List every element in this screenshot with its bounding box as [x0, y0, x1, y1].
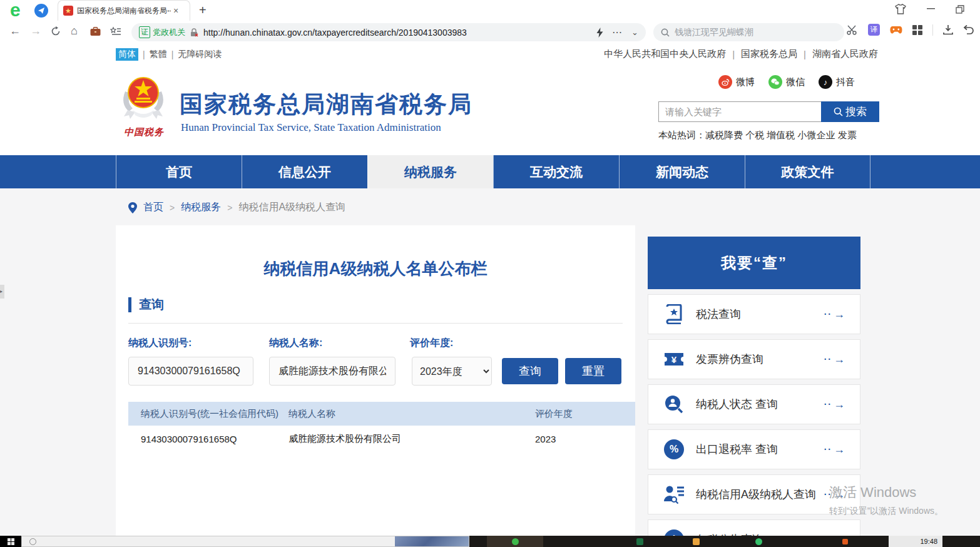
- site-subtitle: Hunan Provincial Tax Service, State Taxa…: [181, 121, 441, 134]
- main-card: 纳税信用A级纳税人名单公布栏 查询 纳税人识别号: 纳税人名称: 评价年度: 2…: [116, 225, 635, 536]
- toolbar-divider: [932, 24, 933, 36]
- browser-titlebar: e ★ 国家税务总局湖南省税务局--纳 × +: [0, 0, 980, 21]
- arrow-right-icon: ··→: [824, 353, 845, 366]
- more-options-icon[interactable]: ⋯: [612, 26, 623, 38]
- central-gov-link[interactable]: 中华人民共和国中央人民政府: [604, 48, 726, 60]
- home-icon[interactable]: ⌂: [71, 24, 78, 38]
- breadcrumb-tax-service[interactable]: 纳税服务: [181, 201, 221, 214]
- restore-button[interactable]: [956, 5, 964, 14]
- skin-theme-icon[interactable]: [895, 4, 906, 14]
- site-search-button[interactable]: 搜索: [821, 101, 879, 122]
- eval-year-select[interactable]: 2023年度: [412, 357, 492, 386]
- browser-logo-icon[interactable]: e: [10, 1, 29, 20]
- address-bar[interactable]: 证 党政机关 http://hunan.chinatax.gov.cn/taxp…: [131, 23, 646, 41]
- minimize-button[interactable]: [927, 8, 935, 9]
- cert-badge-icon: 证: [139, 26, 150, 38]
- credit-a-search-icon: [663, 484, 685, 505]
- breadcrumb-home[interactable]: 首页: [143, 201, 163, 214]
- section-title: 查询: [139, 296, 164, 313]
- taskbar-browser-active[interactable]: [487, 536, 543, 547]
- tab-close-icon[interactable]: ×: [173, 6, 178, 16]
- windows-activation-watermark: 激活 Windows 转到“设置”以激活 Windows。: [829, 483, 943, 517]
- export-rebate-icon: %: [663, 439, 685, 460]
- hot-words-list[interactable]: 减税降费 个税 增值税 小微企业 发票: [705, 130, 857, 140]
- taskbar-search-box[interactable]: [21, 536, 469, 547]
- accessibility-link[interactable]: 无障碍阅读: [178, 49, 222, 60]
- lang-simplified-link[interactable]: 简体: [116, 48, 138, 61]
- undo-history-icon[interactable]: [963, 25, 974, 34]
- briefcase-icon[interactable]: [90, 27, 101, 36]
- start-button[interactable]: [0, 536, 21, 547]
- insecure-lock-icon: [190, 28, 198, 37]
- sidebar-item-credit-a-search[interactable]: 纳税信用A级纳税人查询 ··→: [648, 474, 860, 514]
- back-icon[interactable]: ←: [9, 24, 21, 38]
- breadcrumb-current: 纳税信用A级纳税人查询: [238, 201, 345, 214]
- sidebar-item-invoice-verify[interactable]: ¥ 发票辨伪查询 ··→: [648, 339, 860, 379]
- wechat-link[interactable]: 微信: [768, 75, 805, 89]
- douyin-icon: ♪: [819, 75, 832, 89]
- query-button[interactable]: 查询: [502, 358, 558, 384]
- taskbar-excel-icon[interactable]: [629, 536, 650, 547]
- breadcrumb: 首页 > 纳税服务 > 纳税信用A级纳税人查询: [128, 201, 345, 214]
- hunan-gov-link[interactable]: 湖南省人民政府: [812, 48, 878, 60]
- favorites-collection-icon[interactable]: [110, 26, 121, 36]
- reset-button[interactable]: 重置: [565, 358, 621, 384]
- lightning-icon[interactable]: [596, 28, 603, 38]
- translate-icon[interactable]: 译: [868, 24, 880, 36]
- nav-interaction[interactable]: 互动交流: [493, 155, 619, 188]
- sidebar-title: 我要“查”: [648, 237, 860, 289]
- location-pin-icon: [128, 202, 137, 213]
- invoice-verify-icon: ¥: [663, 349, 685, 370]
- wechat-icon: [768, 75, 782, 89]
- refresh-icon[interactable]: [51, 26, 61, 36]
- weibo-icon: [718, 75, 732, 89]
- tab-title: 国家税务总局湖南省税务局--纳: [77, 6, 171, 16]
- apps-grid-icon[interactable]: [912, 25, 922, 35]
- download-icon[interactable]: [943, 25, 953, 35]
- side-panel-expander[interactable]: ▸: [0, 285, 4, 299]
- share-app-icon[interactable]: [34, 4, 48, 18]
- taskbar: 19:48: [0, 536, 980, 547]
- taskbar-folder-icon[interactable]: [685, 536, 707, 547]
- cortana-icon: [29, 538, 36, 545]
- section-bar: [128, 297, 131, 312]
- new-tab-button[interactable]: +: [199, 3, 207, 18]
- site-search-input[interactable]: [658, 101, 821, 122]
- photos-thumbnail: [395, 536, 469, 546]
- tax-law-book-icon: [663, 304, 685, 325]
- nav-tax-service[interactable]: 纳税服务: [367, 155, 493, 188]
- page-title: 纳税信用A级纳税人名单公布栏: [116, 258, 635, 280]
- games-icon[interactable]: [890, 26, 902, 34]
- sidebar-item-tax-law[interactable]: 税法查询 ··→: [648, 294, 860, 334]
- quick-search-box[interactable]: 钱塘江现罕见蝴蝶潮: [653, 23, 844, 41]
- sidebar: 我要“查” 税法查询 ··→ ¥ 发票辨伪查询 ··→ 纳税人状态 查询 ··→…: [648, 237, 860, 547]
- taskbar-app-icon[interactable]: [748, 536, 769, 547]
- site-logo: 中国税务: [119, 73, 169, 138]
- site-title: 国家税务总局湖南省税务局: [180, 89, 472, 120]
- sidebar-item-taxpayer-status[interactable]: 纳税人状态 查询 ··→: [648, 384, 860, 424]
- forward-icon[interactable]: →: [30, 24, 41, 38]
- nav-news[interactable]: 新闻动态: [619, 155, 745, 188]
- dropdown-chevron-icon[interactable]: ⌄: [631, 28, 638, 37]
- sidebar-item-export-rebate[interactable]: % 出口退税率 查询 ··→: [648, 429, 860, 469]
- taxpayer-id-input[interactable]: [128, 357, 253, 386]
- douyin-link[interactable]: ♪ 抖音: [819, 75, 855, 89]
- nav-home[interactable]: 首页: [116, 155, 242, 188]
- nav-info-disclosure[interactable]: 信息公开: [242, 155, 367, 188]
- lang-traditional-link[interactable]: 繁體: [150, 49, 167, 60]
- screenshot-scissors-icon[interactable]: [847, 25, 858, 35]
- sta-link[interactable]: 国家税务总局: [741, 48, 797, 60]
- arrow-right-icon: ··→: [824, 398, 845, 411]
- tab-favicon: ★: [63, 6, 73, 16]
- browser-tab[interactable]: ★ 国家税务总局湖南省税务局--纳 ×: [58, 0, 190, 21]
- row-taxpayer-id: 91430300079161658Q: [128, 434, 288, 444]
- taxpayer-name-input[interactable]: [269, 357, 396, 386]
- browser-toolbar: ← → ⌂ 证 党政机关 http://hunan.chinatax.gov.c…: [0, 21, 980, 44]
- main-nav: 首页 信息公开 纳税服务 互动交流 新闻动态 政策文件: [0, 155, 980, 188]
- taskbar-clock[interactable]: 19:48: [889, 536, 942, 547]
- taskbar-notification-icon[interactable]: [839, 536, 851, 547]
- table-row: 91430300079161658Q 威胜能源技术股份有限公司 2023: [128, 426, 635, 452]
- nav-policy[interactable]: 政策文件: [745, 155, 870, 188]
- section-divider: [128, 323, 623, 324]
- weibo-link[interactable]: 微博: [718, 75, 755, 89]
